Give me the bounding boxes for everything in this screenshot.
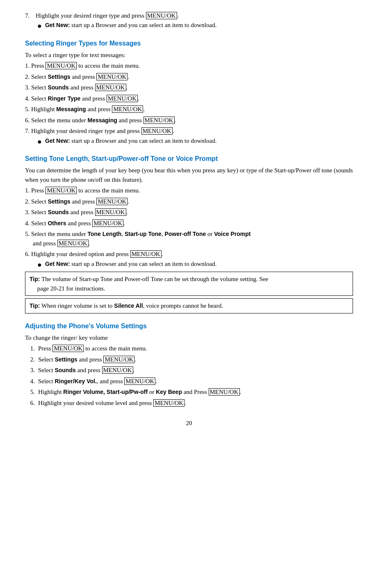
- bold-ringerkeyv: Ringer/Key Vol.: [55, 378, 96, 384]
- step-num-5: 5.: [25, 387, 36, 397]
- intro-step-7: 7. Highlight your desired ringer type an…: [25, 12, 353, 19]
- section-selecting-ringer: Selecting Ringer Types for Messages To s…: [25, 40, 353, 146]
- step-num-2: 2.: [25, 355, 36, 364]
- bold-settings-s2: Settings: [48, 198, 70, 205]
- bold-settings-s1: Settings: [48, 73, 70, 80]
- step-text: Highlight your desired ringer type and p…: [36, 12, 178, 19]
- bold-settings-s3: Settings: [55, 356, 77, 363]
- section3-intro: To change the ringer/ key volume: [25, 333, 353, 343]
- section1-intro: To select a ringer type for text message…: [25, 50, 353, 60]
- section2-step3: 3. Select Sounds and press MENU/OK.: [25, 208, 353, 217]
- section1-step6: 6. Select the menu under Messaging and p…: [25, 116, 353, 125]
- section1-step4: 4. Select Ringer Type and press MENU/OK.: [25, 94, 353, 103]
- bold-sounds-s3: Sounds: [55, 367, 75, 373]
- section3-step2: 2. Select Settings and press MENU/OK.: [25, 355, 353, 364]
- step-content-1: Press MENU/OK to access the main menu.: [38, 344, 147, 353]
- section2-step2: 2. Select Settings and press MENU/OK.: [25, 197, 353, 206]
- kbd-s3-1: MENU/OK: [52, 345, 84, 352]
- kbd-s2-2: MENU/OK: [96, 198, 128, 205]
- section3-step5: 5. Highlight Ringer Volume, Start-up/Pw-…: [25, 387, 353, 397]
- bold-others-s2: Others: [48, 220, 66, 227]
- page-content: 7. Highlight your desired ringer type an…: [25, 12, 353, 427]
- bold-keybeep: Key Beep: [156, 389, 182, 395]
- step-content-2: Select Settings and press MENU/OK.: [38, 355, 136, 364]
- kbd-s2-6: MENU/OK: [130, 250, 162, 258]
- section3-heading: Adjusting the Phone's Volume Settings: [25, 323, 353, 330]
- section2-intro: You can determine the length of your key…: [25, 166, 353, 184]
- step-content-3: Select Sounds and press MENU/OK.: [38, 366, 134, 375]
- section1-bullet: ● Get New: start up a Browser and you ca…: [37, 137, 353, 146]
- get-new-s1-label: Get New:: [45, 137, 70, 144]
- bullet-text: Get New: start up a Browser and you can …: [45, 22, 217, 29]
- bold-messaging2-s1: Messaging: [87, 117, 117, 124]
- tip-box-2: Tip: When ringer volume is set to Silenc…: [25, 298, 353, 313]
- step-number: 7.: [25, 12, 33, 19]
- intro-bullet: ● Get New: start up a Browser and you ca…: [37, 22, 353, 31]
- section3-step4: 4. Select Ringer/Key Vol., and press MEN…: [25, 377, 353, 386]
- section2-heading: Setting Tone Length, Start-up/Power-off …: [25, 155, 353, 162]
- section3-step1: 1. Press MENU/OK to access the main menu…: [25, 344, 353, 353]
- step-num-3: 3.: [25, 366, 36, 375]
- bold-ringertype-s1: Ringer Type: [48, 95, 80, 102]
- section1-bullet-text: Get New: start up a Browser and you can …: [45, 137, 217, 144]
- step-num-4: 4.: [25, 377, 36, 386]
- kbd-s1-7: MENU/OK: [141, 127, 173, 135]
- kbd-menuok: MENU/OK: [146, 12, 177, 19]
- get-new-label: Get New:: [45, 22, 70, 28]
- bold-ringervol: Ringer Volume, Start-up/Pw-off: [63, 389, 148, 395]
- section3-step6: 6. Highlight your desired volume level a…: [25, 398, 353, 408]
- kbd-s3-4: MENU/OK: [124, 378, 155, 385]
- bullet-icon: ●: [37, 22, 42, 31]
- kbd-s1-3: MENU/OK: [95, 84, 126, 91]
- bullet-icon-s2: ●: [37, 261, 42, 270]
- bold-messaging-s1: Messaging: [56, 106, 86, 112]
- section2-step1: 1. Press MENU/OK to access the main menu…: [25, 186, 353, 195]
- kbd-s1-6: MENU/OK: [143, 117, 175, 124]
- section2-step6: 6. Highlight your desired option and pre…: [25, 249, 353, 259]
- kbd-s3-2: MENU/OK: [103, 356, 134, 363]
- kbd-s2-1: MENU/OK: [46, 187, 77, 194]
- step-num-6: 6.: [25, 398, 36, 408]
- kbd-s1-1: MENU/OK: [46, 62, 77, 69]
- section1-heading: Selecting Ringer Types for Messages: [25, 40, 353, 47]
- kbd-s3-5: MENU/OK: [209, 388, 240, 396]
- bold-sounds-s2: Sounds: [48, 209, 68, 215]
- bold-voiceprompt: Voice Prompt: [214, 231, 250, 237]
- kbd-s1-4: MENU/OK: [107, 95, 138, 102]
- get-new-s2-label: Get New:: [45, 261, 70, 267]
- section2-bullet-text: Get New: start up a Browser and you can …: [45, 261, 217, 268]
- bold-powerofftone: Power-off Tone: [164, 231, 206, 237]
- section1-step3: 3. Select Sounds and press MENU/OK.: [25, 83, 353, 92]
- section1-step7: 7. Highlight your desired ringer type an…: [25, 126, 353, 136]
- section2-step4: 4. Select Others and press MENU/OK.: [25, 219, 353, 228]
- bullet-icon-s1: ●: [37, 137, 42, 146]
- section2-step5: 5. Select the menu under Tone Length, St…: [25, 229, 353, 248]
- step-content-5: Highlight Ringer Volume, Start-up/Pw-off…: [38, 387, 241, 397]
- kbd-s3-6: MENU/OK: [153, 399, 184, 407]
- kbd-s1-2: MENU/OK: [96, 73, 128, 80]
- bold-sounds-s1: Sounds: [48, 84, 68, 91]
- step-content-6: Highlight your desired volume level and …: [38, 398, 186, 408]
- tip-label-2: Tip:: [30, 302, 40, 309]
- kbd-s2-5: MENU/OK: [57, 240, 89, 247]
- kbd-s3-3: MENU/OK: [102, 366, 133, 374]
- page-number: 20: [25, 420, 353, 427]
- bold-tonelength: Tone Length: [87, 231, 121, 237]
- kbd-s2-4: MENU/OK: [92, 220, 123, 227]
- bold-silenceall: Silence All: [114, 302, 143, 309]
- section1-step5: 5. Highlight Messaging and press MENU/OK…: [25, 105, 353, 114]
- section1-step2: 2. Select Settings and press MENU/OK.: [25, 72, 353, 82]
- section-volume-settings: Adjusting the Phone's Volume Settings To…: [25, 323, 353, 408]
- step-content-4: Select Ringer/Key Vol., and press MENU/O…: [38, 377, 157, 386]
- step-num-1: 1.: [25, 344, 36, 353]
- kbd-s1-5: MENU/OK: [112, 105, 143, 113]
- kbd-s2-3: MENU/OK: [95, 208, 126, 216]
- tip-box-1: Tip: The volume of Start-up Tone and Pow…: [25, 272, 353, 296]
- section2-bullet: ● Get New: start up a Browser and you ca…: [37, 261, 353, 270]
- section3-step3: 3. Select Sounds and press MENU/OK.: [25, 366, 353, 375]
- bold-startuptone: Start-up Tone: [125, 231, 162, 237]
- section1-step1: 1. Press MENU/OK to access the main menu…: [25, 61, 353, 71]
- section-tone-length: Setting Tone Length, Start-up/Power-off …: [25, 155, 353, 313]
- tip-label-1: Tip:: [30, 276, 40, 282]
